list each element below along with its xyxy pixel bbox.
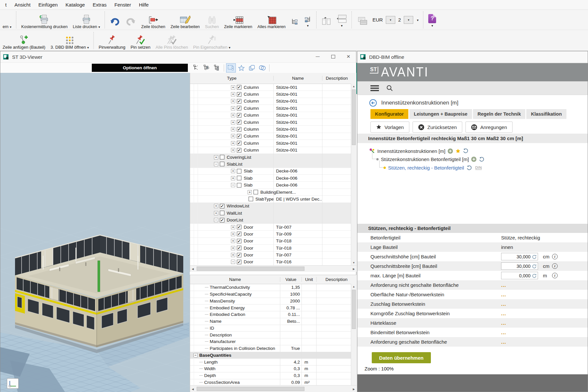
- toolbar-button-split-columns-icon[interactable]: [319, 11, 334, 29]
- tree-row[interactable]: +DoorTür-009: [190, 231, 351, 237]
- expand-icon[interactable]: +: [231, 148, 235, 152]
- toolbar-button-zeile-anfügen-bauteil-[interactable]: Zeile anfügen (Bauteil): [0, 31, 48, 50]
- currency-select[interactable]: ▾: [404, 16, 413, 24]
- properties-vertical-scrollbar[interactable]: ▲: [351, 284, 356, 385]
- menu-item-kataloge[interactable]: Kataloge: [62, 1, 89, 8]
- visibility-checkbox[interactable]: [237, 127, 241, 132]
- info-icon[interactable]: i: [552, 273, 558, 278]
- anregungen-button[interactable]: Anregungen: [466, 122, 513, 133]
- tree-expand-levels-icon[interactable]: [202, 63, 211, 73]
- more-options-button[interactable]: ...: [501, 292, 506, 297]
- toolbar-button-kostenermittlung-drucken[interactable]: €Kostenermittlung drucken: [19, 11, 70, 29]
- minimize-button[interactable]: [310, 51, 325, 62]
- visibility-checkbox[interactable]: [220, 162, 224, 166]
- visibility-checkbox[interactable]: [237, 253, 241, 257]
- expand-icon[interactable]: +: [231, 106, 235, 110]
- expand-icon[interactable]: +: [231, 92, 235, 96]
- refresh-icon[interactable]: [532, 254, 537, 259]
- visibility-checkbox[interactable]: [253, 190, 258, 194]
- property-row[interactable]: Length4,2m: [190, 359, 351, 366]
- column-header-name[interactable]: Name: [190, 277, 280, 282]
- column-header-unit[interactable]: Unit: [302, 277, 317, 282]
- toolbar-button-zeile-löschen[interactable]: Zeile löschen: [139, 11, 168, 29]
- property-row[interactable]: ThermalConductivity1,35: [190, 284, 351, 291]
- property-row[interactable]: Embodied Energy0.78 ...: [190, 304, 351, 311]
- expand-icon[interactable]: +: [231, 239, 235, 243]
- expand-icon[interactable]: +: [231, 99, 235, 103]
- property-row[interactable]: Description: [190, 332, 351, 338]
- tree-row[interactable]: +DoorTür-018: [190, 238, 351, 245]
- visibility-checkbox[interactable]: [237, 260, 241, 264]
- history-icon[interactable]: [466, 165, 472, 171]
- visibility-checkbox[interactable]: [237, 141, 241, 145]
- dropdown-caret-icon[interactable]: [307, 23, 309, 28]
- property-row[interactable]: SpecificHeatCapacity1000: [190, 291, 351, 298]
- tree-row[interactable]: +ColumnStütze-001: [190, 126, 351, 133]
- apply-data-button[interactable]: Daten übernehmen: [372, 352, 431, 363]
- dropdown-caret-icon[interactable]: [229, 45, 230, 50]
- tree-horizontal-scrollbar[interactable]: ◀▶: [190, 265, 356, 272]
- menu-item-t[interactable]: t: [1, 1, 10, 8]
- toolbar-button-zeile-bearbeiten[interactable]: Zeile bearbeiten: [168, 11, 203, 29]
- visibility-checkbox[interactable]: [220, 155, 224, 159]
- visibility-checkbox[interactable]: [220, 211, 224, 215]
- toolbar-button-pin-eigenschaften[interactable]: Pin Eigenschaften: [190, 31, 233, 50]
- back-icon[interactable]: [369, 99, 377, 107]
- close-button[interactable]: [341, 51, 356, 62]
- expand-icon[interactable]: +: [214, 204, 218, 208]
- more-options-button[interactable]: ...: [501, 311, 506, 316]
- property-row[interactable]: −BaseQuantities: [190, 352, 351, 359]
- toolbar-button-pinverwaltung[interactable]: Pinverwaltung: [96, 31, 128, 50]
- parameter-input[interactable]: 30,000: [501, 253, 538, 260]
- dropdown-caret-icon[interactable]: [341, 23, 343, 28]
- tree-row[interactable]: +ColumnStütze-001: [190, 98, 351, 105]
- tree-row[interactable]: +ColumnStütze-001: [190, 84, 351, 91]
- property-row[interactable]: Participates in Collision DetectionTrue: [190, 345, 351, 352]
- visibility-checkbox[interactable]: [220, 204, 224, 208]
- tree-collapse-all-icon[interactable]: [191, 63, 201, 73]
- dropdown-caret-icon[interactable]: [10, 24, 11, 29]
- column-header-type[interactable]: Type: [190, 76, 274, 81]
- visibility-checkbox[interactable]: [237, 92, 241, 97]
- star-icon[interactable]: [455, 149, 461, 154]
- tree-row[interactable]: +ColumnStütze-001: [190, 91, 351, 98]
- visibility-checkbox[interactable]: [237, 183, 241, 188]
- menu-item-hilfe[interactable]: Hilfe: [135, 1, 153, 8]
- collapse-icon[interactable]: −: [214, 162, 218, 166]
- select-circles-icon[interactable]: [257, 63, 267, 73]
- info-icon[interactable]: i: [552, 254, 558, 259]
- tree-row[interactable]: +WallList: [190, 210, 351, 217]
- visibility-checkbox[interactable]: [237, 169, 241, 173]
- toolbar-button-pin-setzen[interactable]: Pin setzen: [128, 31, 153, 50]
- tree-row[interactable]: +ColumnStütze-001: [190, 140, 351, 147]
- dropdown-caret-icon[interactable]: [87, 45, 89, 50]
- column-header-name[interactable]: Name: [274, 76, 322, 81]
- expand-icon[interactable]: +: [231, 253, 235, 257]
- property-row[interactable]: MassDensity2000: [190, 298, 351, 305]
- zurücksetzen-button[interactable]: Zurücksetzen: [413, 122, 462, 133]
- visibility-checkbox[interactable]: [237, 225, 241, 229]
- visibility-checkbox[interactable]: [237, 239, 241, 243]
- tree-row[interactable]: +DoorTür-007: [190, 252, 351, 258]
- tree-row[interactable]: +BuildingElement...: [190, 189, 351, 196]
- property-row[interactable]: Depth0,3m: [190, 372, 351, 379]
- visibility-checkbox[interactable]: [237, 99, 241, 104]
- collapse-icon[interactable]: −: [231, 183, 235, 187]
- toolbar-button-split-rows-icon[interactable]: [334, 11, 350, 29]
- tree-row[interactable]: −SlabList: [190, 161, 351, 168]
- dropdown-caret-icon[interactable]: [98, 24, 100, 29]
- expand-icon[interactable]: +: [231, 120, 235, 124]
- open-options-button[interactable]: Optionen öffnen: [92, 64, 188, 72]
- tree-row[interactable]: +ColumnStütze-001: [190, 147, 351, 154]
- menu-item-extras[interactable]: Extras: [89, 1, 111, 8]
- toolbar-button-suchen[interactable]: Suchen: [203, 11, 221, 29]
- collapse-icon[interactable]: −: [231, 260, 235, 264]
- add-circle-icon[interactable]: [471, 156, 477, 162]
- more-options-button[interactable]: ...: [501, 339, 506, 345]
- visibility-checkbox[interactable]: [237, 106, 241, 110]
- menu-item-einfügen[interactable]: Einfügen: [34, 1, 61, 8]
- column-header-value[interactable]: Value: [280, 277, 302, 282]
- tree-row[interactable]: −DoorList: [190, 217, 351, 223]
- tree-row[interactable]: +DoorTür-018: [190, 245, 351, 252]
- visibility-checkbox[interactable]: [237, 232, 241, 236]
